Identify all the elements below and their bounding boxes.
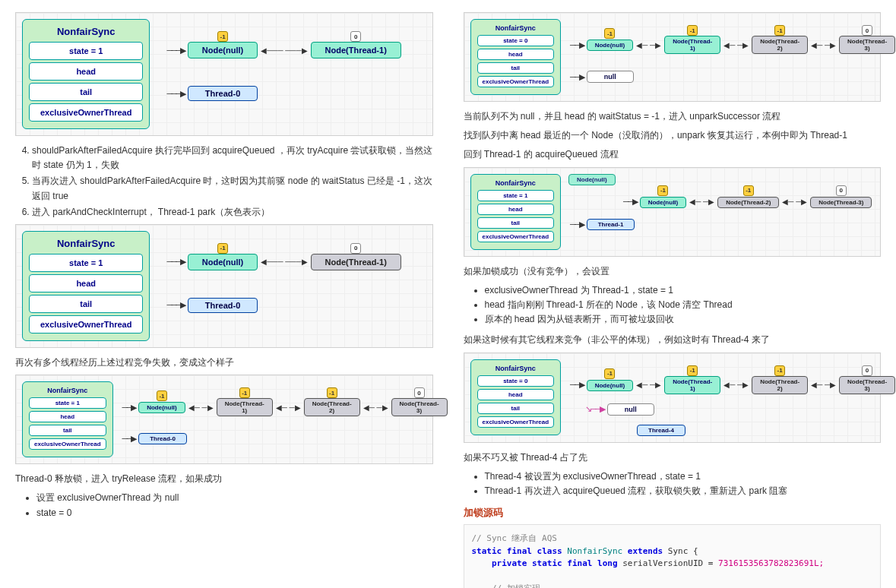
arrow-icon: ◀─ ─▶	[722, 381, 750, 389]
field-eot: exclusiveOwnerThread	[477, 231, 555, 242]
arrow-icon: ──▶	[622, 197, 638, 207]
step-6: 进入 parkAndCheckInterrupt， Thread-1 park（…	[32, 205, 433, 220]
badge-zero: 0	[350, 31, 361, 42]
step-list: shouldParkAfterFailedAcquire 执行完毕回到 acqu…	[32, 144, 433, 220]
field-state: state = 0	[477, 375, 555, 387]
node-null: Node(null)	[188, 42, 258, 58]
node-null: Node(null)	[587, 380, 634, 391]
code-text: serialVersionUID =	[622, 558, 713, 568]
node-t1-gray: Node(Thread-1)	[311, 254, 401, 270]
node-null: Node(null)	[640, 197, 687, 208]
field-head: head	[477, 49, 555, 60]
arrow-icon: ◀─ ─▶	[688, 198, 716, 206]
lock-ok-list: exclusiveOwnerThread 为 Thread-1，state = …	[485, 283, 882, 327]
arrow-icon: ──▶	[568, 220, 585, 229]
field-state: state = 1	[29, 254, 143, 272]
bullet: state = 0	[36, 506, 433, 520]
null-box: null	[587, 71, 634, 83]
bullet: Thread-4 被设置为 exclusiveOwnerThread，state…	[485, 469, 882, 484]
arrow-icon: ───▶	[165, 300, 185, 310]
arrow-icon: ──▶	[568, 380, 585, 390]
field-state: state = 1	[477, 190, 555, 201]
arrow-icon: ◀─── ───▶	[259, 258, 309, 266]
field-head: head	[29, 62, 143, 81]
badge-neg: -1	[657, 185, 668, 196]
code-kw: static final class	[472, 546, 562, 556]
arrow-icon: ──▶	[568, 40, 585, 50]
sync-title: NonfairSync	[477, 179, 555, 187]
code-block: // Sync 继承自 AQS static final class Nonfa…	[464, 524, 882, 588]
para: 当前队列不为 null，并且 head 的 waitStatus = -1，进入…	[464, 109, 882, 124]
diagram-1: NonfairSync state = 1 head tail exclusiv…	[15, 12, 433, 136]
code-kw: extends	[628, 546, 663, 556]
para: 如果这时候有其它线程来竞争（非公平的体现），例如这时有 Thread-4 来了	[464, 333, 882, 347]
arrow-icon: ◀─ ─▶	[635, 41, 663, 49]
arrow-icon: ──▶	[121, 403, 138, 413]
diagram-3: NonfairSync state = 1 head tail exclusiv…	[15, 375, 433, 464]
diagram-6: NonfairSync state = 0 head tail exclusiv…	[464, 352, 882, 443]
node-t1: Node(Thread-1)	[311, 42, 401, 58]
field-eot: exclusiveOwnerThread	[29, 438, 106, 450]
badge-neg: -1	[217, 243, 228, 254]
arrow-icon: ───▶	[165, 257, 185, 267]
code-num: 7316153563782823691L;	[718, 558, 824, 568]
node-t2: Node(Thread-2)	[304, 398, 360, 416]
badge-neg: -1	[239, 387, 250, 398]
thread-0: Thread-0	[188, 298, 258, 313]
arrow-icon: ◀─ ─▶	[187, 403, 215, 412]
badge-zero: 0	[862, 365, 872, 376]
code-kw: private static final long	[492, 558, 618, 568]
arrow-icon: ◀─── ───▶	[259, 46, 309, 55]
node-t2: Node(Thread-2)	[752, 36, 808, 54]
field-tail: tail	[29, 83, 143, 101]
field-eot: exclusiveOwnerThread	[477, 416, 555, 428]
sync-title: NonfairSync	[29, 24, 143, 39]
bullet: Thread-1 再次进入 acquireQueued 流程，获取锁失败，重新进…	[485, 484, 882, 498]
badge-neg: -1	[687, 365, 698, 376]
badge-neg: -1	[774, 365, 785, 376]
code-comment: // 加锁实现	[492, 583, 540, 588]
field-tail: tail	[29, 295, 143, 313]
para-multi: 再次有多个线程经历上述过程竞争失败，变成这个样子	[15, 356, 433, 370]
diagram-2: NonfairSync state = 1 head tail exclusiv…	[15, 224, 433, 348]
badge-neg: -1	[217, 31, 228, 42]
bullet: exclusiveOwnerThread 为 Thread-1，state = …	[485, 283, 882, 298]
node-null: Node(null)	[587, 40, 634, 51]
node-t1: Node(Thread-1)	[664, 36, 720, 54]
arrow-icon: ◀─ ─▶	[809, 381, 837, 389]
field-eot: exclusiveOwnerThread	[477, 76, 555, 87]
arrow-icon: ◀─ ─▶	[362, 403, 390, 412]
badge-zero: 0	[350, 243, 361, 254]
para: 如果不巧又被 Thread-4 占了先	[464, 450, 882, 465]
node-t1: Node(Thread-1)	[664, 376, 720, 394]
node-null: Node(null)	[138, 402, 185, 413]
badge-neg: -1	[604, 368, 615, 379]
field-state: state = 0	[477, 35, 555, 46]
para-release: Thread-0 释放锁，进入 tryRelease 流程，如果成功	[15, 472, 433, 486]
badge-neg: -1	[774, 25, 785, 36]
bullet: 设置 exclusiveOwnerThread 为 null	[36, 491, 433, 505]
thread-0: Thread-0	[188, 86, 258, 101]
badge-neg: -1	[743, 185, 754, 196]
badge-neg: -1	[604, 28, 615, 39]
field-tail: tail	[29, 425, 106, 436]
node-t3: Node(Thread-3)	[391, 398, 448, 416]
field-eot: exclusiveOwnerThread	[29, 103, 143, 122]
badge-neg: -1	[157, 390, 167, 401]
node-null: Node(null)	[188, 254, 258, 270]
arrow-icon: ───▶	[165, 89, 185, 99]
field-eot: exclusiveOwnerThread	[29, 315, 143, 334]
field-tail: tail	[477, 217, 555, 229]
badge-neg: -1	[687, 25, 698, 36]
arrow-icon: ↘──▶	[584, 404, 606, 414]
sync-box: NonfairSync state = 1 head tail exclusiv…	[470, 174, 562, 250]
node-t2: Node(Thread-2)	[752, 376, 808, 394]
sync-title: NonfairSync	[29, 387, 106, 394]
node-t1: Node(Thread-1)	[217, 398, 273, 416]
sync-box: NonfairSync state = 0 head tail exclusiv…	[470, 359, 562, 435]
right-column: NonfairSync state = 0 head tail exclusiv…	[448, 0, 897, 588]
thread-4: Thread-4	[637, 425, 685, 436]
sync-box: NonfairSync state = 1 head tail exclusiv…	[22, 381, 113, 457]
arrow-icon: ◀─ ─▶	[809, 41, 837, 49]
field-state: state = 1	[29, 42, 143, 60]
